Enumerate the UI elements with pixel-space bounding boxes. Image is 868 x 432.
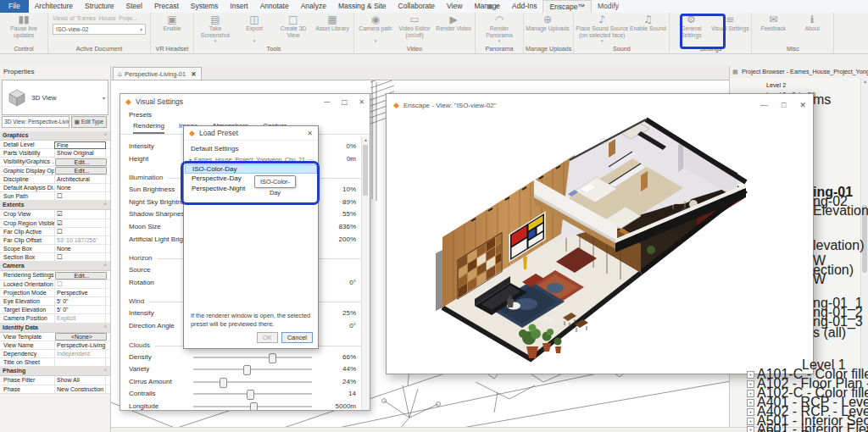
ribbon-button[interactable]: ⚙ General Settings xyxy=(671,13,710,40)
ribbon-tab[interactable]: Massing & Site xyxy=(332,0,392,13)
view-tab[interactable]: ⌂ Perspective-Living-01 ✕ xyxy=(113,67,202,80)
maximize-button[interactable]: □ xyxy=(782,101,786,109)
ribbon-button[interactable]: ▮▮ Pause live updates xyxy=(2,13,46,40)
ribbon-tab[interactable]: Enscape™ xyxy=(542,0,592,13)
property-value[interactable]: 5' 0" xyxy=(54,297,106,305)
dialog-title-bar[interactable]: ◆ Load Preset ✕ xyxy=(184,126,318,141)
property-value[interactable]: ☑ xyxy=(54,219,106,227)
ribbon-button[interactable]: ▦ Asset Library xyxy=(313,13,352,40)
ribbon-button[interactable]: ◫ Export ▾ xyxy=(235,13,274,42)
ribbon-button[interactable]: ℹ About xyxy=(793,13,832,40)
setting-slider[interactable] xyxy=(193,406,312,407)
view-type-dropdown[interactable]: 3D View: Perspective-Living- ∨ xyxy=(2,116,70,128)
setting-slider[interactable] xyxy=(193,393,312,395)
property-value[interactable]: None xyxy=(54,184,106,191)
property-section-header[interactable]: Phasing^ xyxy=(0,367,110,376)
ribbon-button[interactable]: ♪ Place Sound Source (on selected face) … xyxy=(576,13,628,42)
property-value[interactable]: <None> xyxy=(55,333,107,341)
ribbon-button[interactable]: ♫ Enable Sound xyxy=(628,13,667,40)
property-value[interactable]: New Construction xyxy=(54,385,106,393)
minimize-button[interactable]: — xyxy=(760,101,768,109)
close-button[interactable]: ✕ xyxy=(799,101,806,109)
ribbon-tab[interactable]: Add-Ins xyxy=(506,0,542,13)
ribbon-tab[interactable]: Steel xyxy=(120,0,148,13)
ribbon-button[interactable]: ⊕ Manage Uploads xyxy=(526,13,570,40)
cancel-button[interactable]: Cancel xyxy=(281,332,313,343)
scroll-thumb[interactable] xyxy=(363,145,368,196)
ribbon-tab[interactable]: Insert xyxy=(224,0,253,13)
preset-item[interactable]: ISO-Color-Day xyxy=(185,164,317,174)
ribbon-button[interactable]: ▤ Take Screenshot ▾ xyxy=(196,13,235,42)
setting-slider[interactable] xyxy=(193,357,312,358)
property-value[interactable]: Fine xyxy=(54,141,106,149)
property-value[interactable]: Edit... xyxy=(55,167,107,174)
preset-group-header[interactable]: ▾ Eames_House_Project_Yongyeon_Cho_21 xyxy=(184,155,318,164)
ribbon-button[interactable]: ✉ Feedback xyxy=(754,13,793,40)
property-value[interactable]: 53' 10 187/256" xyxy=(54,236,106,244)
property-value[interactable]: Edit... xyxy=(55,272,107,280)
ribbon-tab[interactable]: Collaborate xyxy=(392,0,441,13)
property-value[interactable]: Edit... xyxy=(55,158,107,166)
property-value[interactable]: Independent xyxy=(54,350,106,357)
close-icon[interactable]: ✕ xyxy=(191,70,196,78)
property-section-header[interactable]: Camera^ xyxy=(0,262,110,271)
ribbon-tab[interactable]: Structure xyxy=(79,0,120,13)
setting-slider[interactable] xyxy=(193,381,312,383)
tree-item-fragment[interactable]: Elevation) xyxy=(813,203,868,219)
active-view-dropdown[interactable]: ISO-view-02 ▾ xyxy=(53,24,146,35)
preset-item[interactable]: Perspective-Night xyxy=(185,184,317,193)
property-value[interactable]: ☐ xyxy=(54,228,106,235)
ribbon-button[interactable]: □ Create 3D View xyxy=(274,13,313,40)
property-value[interactable]: ☐ xyxy=(54,192,106,200)
settings-tab[interactable]: Rendering xyxy=(133,120,164,134)
tree-item-fragment[interactable]: levation) xyxy=(813,238,864,253)
property-section-header[interactable]: Extents^ xyxy=(0,201,110,210)
preset-item-default[interactable]: Default Settings xyxy=(184,141,318,155)
tree-item[interactable]: Level 2 xyxy=(766,81,786,89)
close-button[interactable]: ✕ xyxy=(359,98,364,106)
ribbon-tab[interactable]: Precast xyxy=(148,0,185,13)
scroll-up-icon[interactable]: ▲ xyxy=(362,136,370,144)
property-value[interactable]: Show Original xyxy=(54,149,106,157)
property-value[interactable]: None xyxy=(54,245,106,252)
close-button[interactable]: ✕ xyxy=(307,130,313,137)
property-value[interactable]: Show All xyxy=(54,376,106,384)
preset-item[interactable]: Perspective-Day xyxy=(185,174,317,183)
edit-type-button[interactable]: ▦ Edit Type xyxy=(71,116,107,128)
ribbon-tab[interactable]: Modify xyxy=(592,0,625,13)
ribbon-button[interactable]: ◉ Camera path ▾ xyxy=(356,13,395,42)
property-value[interactable]: ☑ xyxy=(54,210,106,218)
ribbon-button[interactable]: ◠ Render Panorama ▾ xyxy=(477,13,521,42)
ribbon-button[interactable]: ▭ Video Editor (on/off) xyxy=(395,13,434,40)
property-section-header[interactable]: Graphics^ xyxy=(0,131,110,141)
ribbon-panel-toggle-icon[interactable]: ▣ ▾ xyxy=(481,0,504,13)
scroll-up-icon[interactable]: ▲ xyxy=(861,78,868,86)
minimize-button[interactable]: — xyxy=(324,98,331,106)
tree-item-fragment[interactable]: s (all) xyxy=(813,325,846,341)
property-value[interactable]: ☐ xyxy=(54,280,106,288)
setting-slider[interactable] xyxy=(193,368,312,370)
ok-button[interactable]: OK xyxy=(257,332,278,343)
ribbon-button[interactable]: ≡ Visual Settings xyxy=(710,13,749,40)
ribbon-button[interactable]: ▣ Enable xyxy=(153,13,192,40)
dialog-title-bar[interactable]: ◆ Visual Settings — □ ✕ xyxy=(120,94,370,109)
type-selector[interactable]: 3D View ▾ xyxy=(2,80,108,115)
enscape-render-viewport[interactable] xyxy=(387,116,811,372)
tree-item-fragment[interactable]: W xyxy=(813,272,826,287)
property-value[interactable]: Perspective xyxy=(54,289,106,296)
ribbon-tab[interactable]: Systems xyxy=(185,0,225,13)
property-value[interactable] xyxy=(54,358,106,366)
ribbon-tab[interactable]: File xyxy=(0,0,29,13)
property-value[interactable]: ☐ xyxy=(54,253,106,261)
settings-scrollbar[interactable]: ▲ xyxy=(361,136,370,410)
property-value[interactable]: 5' 0" xyxy=(54,306,106,313)
presets-menu[interactable]: Presets xyxy=(120,109,370,120)
property-value[interactable]: Perspective-Living-01 xyxy=(54,341,106,349)
tree-item[interactable]: + A701 - Restroom 1 xyxy=(747,429,868,432)
ribbon-tab[interactable]: Analyze xyxy=(295,0,332,13)
window-title-bar[interactable]: ◆ Enscape - View: "ISO-view-02" — □ ✕ xyxy=(387,94,813,116)
ribbon-tab[interactable]: View xyxy=(441,0,468,13)
maximize-button[interactable]: □ xyxy=(342,98,348,106)
ribbon-tab[interactable]: Annotate xyxy=(254,0,295,13)
tree-item-fragment[interactable]: ms xyxy=(813,92,831,108)
